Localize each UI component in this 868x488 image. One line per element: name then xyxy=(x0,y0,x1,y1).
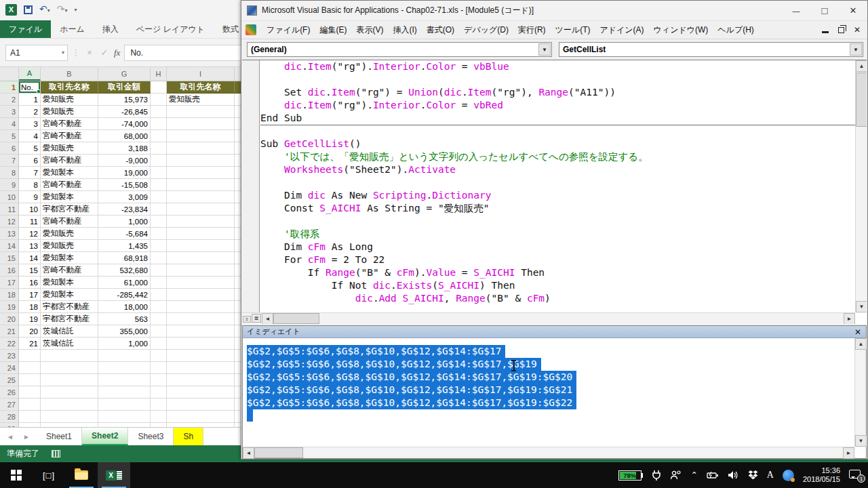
immediate-title-bar[interactable]: イミディエイト ✕ xyxy=(243,326,866,338)
menu-ツール[interactable]: ツール(T) xyxy=(551,22,595,39)
ribbon-tab-数式[interactable]: 数式 xyxy=(214,20,244,38)
menu-実行[interactable]: 実行(R) xyxy=(513,22,551,39)
cell-G5[interactable]: 68,000 xyxy=(98,130,151,142)
column-header-H[interactable]: H xyxy=(151,67,167,81)
row-header-11[interactable]: 11 xyxy=(0,203,19,216)
cell-G16[interactable]: 532,680 xyxy=(98,264,151,277)
cell-I23[interactable] xyxy=(167,350,235,362)
cell-A10[interactable]: 9 xyxy=(19,191,41,203)
ime-indicator[interactable]: A xyxy=(767,470,774,481)
cell-G8[interactable]: 19,000 xyxy=(98,167,151,179)
code-pane[interactable]: dic.Item("rg").Interior.Color = vbBlue S… xyxy=(242,60,867,324)
cell-I13[interactable] xyxy=(167,228,235,240)
ribbon-tab-ページ レイアウト[interactable]: ページ レイアウト xyxy=(127,20,214,38)
row-header-12[interactable]: 12 xyxy=(0,216,19,228)
cell-I24[interactable] xyxy=(167,362,235,374)
redo-icon[interactable]: ↷▾ xyxy=(57,4,68,16)
cell-I12[interactable] xyxy=(167,216,235,228)
child-minimize-icon[interactable] xyxy=(822,31,829,33)
cell-B26[interactable] xyxy=(41,386,98,399)
menu-編集[interactable]: 編集(E) xyxy=(315,22,351,39)
cell-A1[interactable]: No. xyxy=(19,81,41,94)
cell-H23[interactable] xyxy=(151,350,167,362)
ribbon-tab-挿入[interactable]: 挿入 xyxy=(94,20,127,38)
cell-G24[interactable] xyxy=(98,362,151,374)
scroll-left-icon[interactable] xyxy=(243,447,254,459)
name-box[interactable]: A1▾ xyxy=(5,45,68,61)
cell-I4[interactable] xyxy=(167,118,235,130)
cell-G15[interactable]: 68,918 xyxy=(98,252,151,264)
cell-A26[interactable] xyxy=(19,386,41,399)
speaker-icon[interactable] xyxy=(728,470,739,480)
cell-I14[interactable] xyxy=(167,240,235,252)
cell-A2[interactable]: 1 xyxy=(19,94,41,106)
cell-G11[interactable]: -23,834 xyxy=(98,203,151,216)
cell-G10[interactable]: 3,009 xyxy=(98,191,151,203)
cell-A14[interactable]: 13 xyxy=(19,240,41,252)
row-header-6[interactable]: 6 xyxy=(0,142,19,155)
row-header-22[interactable]: 22 xyxy=(0,338,19,350)
cell-I25[interactable] xyxy=(167,374,235,386)
cell-A27[interactable] xyxy=(19,399,41,411)
cell-H16[interactable] xyxy=(151,264,167,277)
cell-B1[interactable]: 取引先名称 xyxy=(41,81,98,94)
power-icon[interactable] xyxy=(707,471,719,479)
cell-H6[interactable] xyxy=(151,142,167,155)
cell-B8[interactable]: 愛知製本 xyxy=(41,167,98,179)
code-horizontal-scrollbar[interactable]: ≡ ≣ xyxy=(242,312,855,324)
cortana-icon[interactable] xyxy=(783,470,794,481)
formula-bar-input[interactable]: No. xyxy=(124,45,244,61)
cell-H19[interactable] xyxy=(151,301,167,313)
cell-H15[interactable] xyxy=(151,252,167,264)
row-header-24[interactable]: 24 xyxy=(0,362,19,374)
cancel-icon[interactable]: × xyxy=(84,47,95,58)
cell-B6[interactable]: 愛知販売 xyxy=(41,142,98,155)
people-icon[interactable] xyxy=(670,470,682,480)
column-header-A[interactable]: A xyxy=(19,67,41,81)
cell-G7[interactable]: -9,000 xyxy=(98,155,151,167)
column-header-G[interactable]: G xyxy=(98,67,151,81)
hidden-icons-chevron[interactable]: ⌃ xyxy=(691,470,698,480)
cell-A13[interactable]: 12 xyxy=(19,228,41,240)
chevron-down-icon[interactable] xyxy=(538,43,551,56)
row-header-16[interactable]: 16 xyxy=(0,264,19,277)
row-header-14[interactable]: 14 xyxy=(0,240,19,252)
cell-G23[interactable] xyxy=(98,350,151,362)
cell-H24[interactable] xyxy=(151,362,167,374)
minimize-button[interactable] xyxy=(782,1,810,21)
row-header-15[interactable]: 15 xyxy=(0,252,19,264)
cell-G27[interactable] xyxy=(98,399,151,411)
cell-I17[interactable] xyxy=(167,277,235,289)
cell-H20[interactable] xyxy=(151,313,167,325)
task-view-button[interactable]: [□] xyxy=(33,462,65,488)
cell-A28[interactable] xyxy=(19,411,41,423)
cell-H2[interactable] xyxy=(151,94,167,106)
cell-H7[interactable] xyxy=(151,155,167,167)
cell-A17[interactable]: 16 xyxy=(19,277,41,289)
row-header-28[interactable]: 28 xyxy=(0,411,19,423)
cell-A4[interactable]: 3 xyxy=(19,118,41,130)
cell-I26[interactable] xyxy=(167,386,235,399)
sheet-nav-prev-icon[interactable]: ◄ xyxy=(7,433,14,441)
cell-G13[interactable]: -5,684 xyxy=(98,228,151,240)
cell-I11[interactable] xyxy=(167,203,235,216)
cell-B20[interactable]: 宇都宮不動産 xyxy=(41,313,98,325)
sheet-tab-Sh[interactable]: Sh xyxy=(174,428,203,445)
cell-B25[interactable] xyxy=(41,374,98,386)
cell-I16[interactable] xyxy=(167,264,235,277)
object-dropdown[interactable]: (General) xyxy=(247,42,552,57)
row-header-23[interactable]: 23 xyxy=(0,350,19,362)
cell-B18[interactable]: 愛知製本 xyxy=(41,289,98,301)
scroll-down-icon[interactable] xyxy=(855,435,867,447)
file-explorer-button[interactable] xyxy=(65,462,98,488)
cell-B4[interactable]: 宮崎不動産 xyxy=(41,118,98,130)
cell-I5[interactable] xyxy=(167,130,235,142)
row-header-27[interactable]: 27 xyxy=(0,399,19,411)
immediate-vertical-scrollbar[interactable] xyxy=(854,338,866,447)
cell-A12[interactable]: 11 xyxy=(19,216,41,228)
child-restore-icon[interactable] xyxy=(838,27,844,33)
scroll-right-icon[interactable] xyxy=(843,447,854,459)
cell-B11[interactable]: 宇都宮不動産 xyxy=(41,203,98,216)
cell-B7[interactable]: 宮崎不動産 xyxy=(41,155,98,167)
excel-taskbar-button[interactable]: X xyxy=(98,462,130,488)
